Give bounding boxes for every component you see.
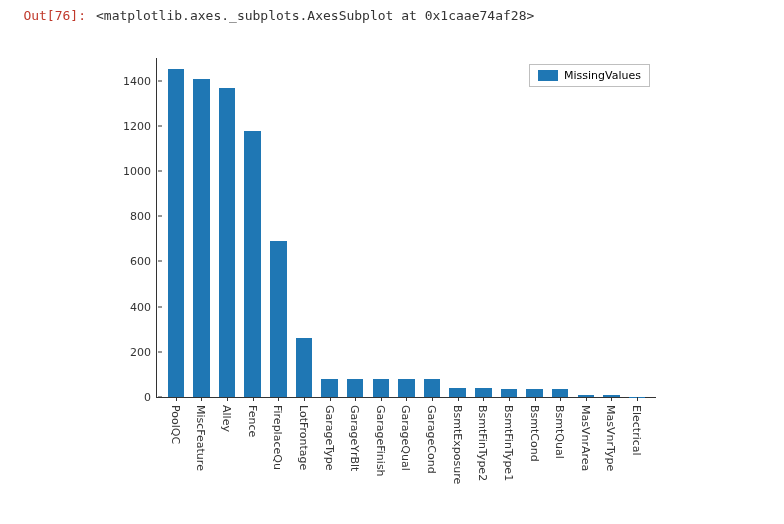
bar-slot: BsmtFinType1 [496,58,522,397]
bar-slot: BsmtCond [522,58,548,397]
y-tick-label: 200 [130,345,157,358]
x-tick-mark [278,397,279,401]
bar-slot: Alley [214,58,240,397]
x-tick-mark [355,397,356,401]
bar [168,69,184,397]
x-tick-mark [227,397,228,401]
bar [321,379,337,397]
x-tick-label: BsmtExposure [451,405,464,484]
x-tick-label: MiscFeature [194,405,207,471]
x-tick-label: MasVnrArea [579,405,592,471]
output-row: Out[76]: <matplotlib.axes._subplots.Axes… [0,0,784,23]
x-tick-mark [304,397,305,401]
bar [526,389,542,397]
legend-label: MissingValues [564,69,641,82]
bar-slot: MasVnrType [599,58,625,397]
x-tick-mark [458,397,459,401]
x-tick-label: BsmtCond [528,405,541,462]
x-tick-label: FireplaceQu [271,405,284,470]
y-tick-label: 800 [130,210,157,223]
x-tick-mark [560,397,561,401]
bar-slot: MasVnrArea [573,58,599,397]
bar-slot: Electrical [624,58,650,397]
x-tick-label: Alley [220,405,233,432]
x-tick-mark [406,397,407,401]
bar-slot: BsmtQual [547,58,573,397]
bar-slot: LotFrontage [291,58,317,397]
x-tick-mark [432,397,433,401]
plot-box: 0200400600800100012001400 PoolQCMiscFeat… [156,58,656,398]
bar [347,379,363,397]
y-tick-label: 1200 [123,119,157,132]
bar [501,389,517,397]
bar [475,388,491,397]
x-tick-mark [253,397,254,401]
x-tick-label: GarageType [323,405,336,471]
repr-text: <matplotlib.axes._subplots.AxesSubplot a… [96,8,534,23]
chart-area: 0200400600800100012001400 PoolQCMiscFeat… [96,40,671,510]
bar [244,131,260,397]
bar-slot: GarageCond [419,58,445,397]
x-tick-label: Fence [246,405,259,437]
bar-slot: GarageQual [394,58,420,397]
bar-slot: BsmtFinType2 [471,58,497,397]
x-tick-label: MasVnrType [604,405,617,471]
x-tick-mark [176,397,177,401]
bar-slot: GarageFinish [368,58,394,397]
x-tick-label: PoolQC [169,405,182,444]
legend-swatch [538,70,558,81]
bar-slot: FireplaceQu [266,58,292,397]
bar [296,338,312,397]
x-tick-label: BsmtQual [553,405,566,459]
bar-slot: BsmtExposure [445,58,471,397]
legend: MissingValues [529,64,650,87]
x-tick-label: BsmtFinType1 [502,405,515,481]
bar [270,241,286,397]
bar [552,389,568,397]
bars-layer: PoolQCMiscFeatureAlleyFenceFireplaceQuLo… [157,58,656,397]
x-tick-mark [201,397,202,401]
y-tick-label: 400 [130,300,157,313]
bar [219,88,235,397]
x-tick-mark [483,397,484,401]
x-tick-mark [330,397,331,401]
x-tick-label: GarageFinish [374,405,387,477]
x-tick-mark [637,397,638,401]
x-tick-mark [381,397,382,401]
bar [398,379,414,397]
x-tick-label: GarageYrBlt [348,405,361,471]
bar-slot: GarageYrBlt [342,58,368,397]
bar [449,388,465,397]
y-tick-label: 0 [144,391,157,404]
x-tick-label: GarageCond [425,405,438,474]
x-tick-label: Electrical [630,405,643,456]
plot-inner: 0200400600800100012001400 PoolQCMiscFeat… [157,58,656,397]
x-tick-mark [586,397,587,401]
bar-slot: MiscFeature [189,58,215,397]
bar-slot: Fence [240,58,266,397]
x-tick-label: GarageQual [399,405,412,471]
output-prompt: Out[76]: [10,8,96,23]
x-tick-label: BsmtFinType2 [476,405,489,481]
bar [424,379,440,397]
x-tick-label: LotFrontage [297,405,310,470]
y-tick-label: 1400 [123,74,157,87]
x-tick-mark [611,397,612,401]
bar [373,379,389,397]
x-tick-mark [535,397,536,401]
y-tick-label: 1000 [123,165,157,178]
y-tick-label: 600 [130,255,157,268]
bar-slot: PoolQC [163,58,189,397]
x-tick-mark [509,397,510,401]
bar [193,79,209,397]
bar-slot: GarageType [317,58,343,397]
